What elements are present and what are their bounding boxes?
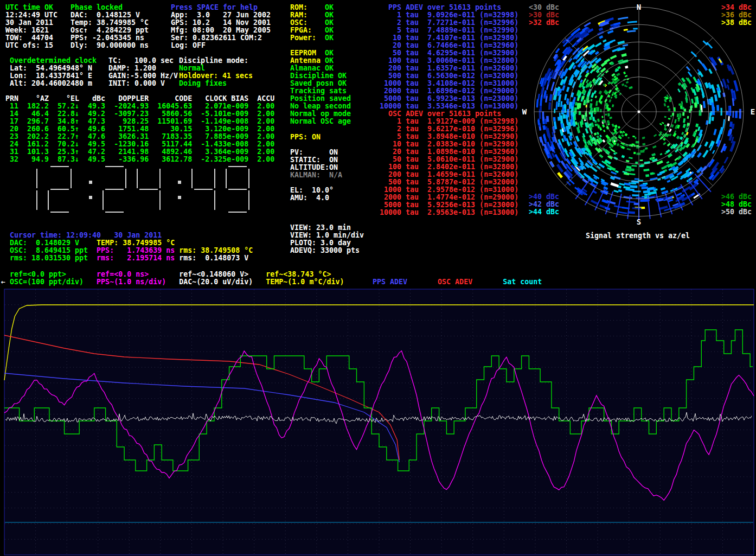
fix-flags-line: ALTITUDE:ON — [290, 164, 342, 171]
block-phase-block: Phase lockedDAC: 0.148125 VTemp: 38.7499… — [71, 4, 149, 49]
text-segment: Cursor time: 12:09:40 30 Jan 2011 — [10, 231, 162, 239]
help-block-line: Ser: 0.82362611 COM:2 — [171, 34, 271, 42]
adev-tables-line: 500 tau 6.5630e-012 (n=32000) — [380, 72, 518, 80]
rcvr-status-line: Discipline OK — [290, 72, 351, 80]
utc-block-line: 30 Jan 2011 — [5, 19, 57, 27]
text-segment: Signal strength vs az/el — [586, 232, 690, 240]
utc-block-line: Week: 1621 — [5, 27, 57, 34]
history-plot-area[interactable] — [0, 288, 756, 556]
clock-colon — [89, 181, 92, 184]
cursor-info-line: DAC: 0.148029 V TEMP: 38.749985 °C — [10, 239, 253, 247]
dbc-legend-bl-line: >44 dBc — [529, 208, 559, 216]
adev-tables-line: 200 tau 1.4659e-011 (n=32600) — [380, 171, 518, 178]
text-segment: ref~<0.148060 V> — [179, 270, 266, 278]
dbc-legend-br-line: >48 dBc — [721, 201, 752, 208]
help-block-line: Mfg: 08:00 20 May 2005 — [171, 27, 271, 34]
sat-table-line: 14 46.4 22.8↓ 49.2 -3097.23 5860.56 -5.1… — [5, 110, 274, 118]
dbc-legend-bl-line: >42 dBc — [529, 201, 559, 208]
text-segment: 1000 tau 3.4108e-012 (n=31000) — [380, 79, 518, 87]
text-segment: >46 dBc — [721, 193, 752, 201]
utc-block-line: TOW: 44704 — [5, 34, 57, 42]
dbc-legend-br-line: >46 dBc — [721, 193, 752, 201]
text-segment: Power: — [290, 34, 325, 42]
text-segment: Normal — [179, 64, 205, 72]
cursor-info-line: OSC: 8.649415 ppt PPS: 1.743639 ns rms: … — [10, 247, 253, 254]
block-utc-block: UTC time OK12:24:49 UTC30 Jan 2011Week: … — [5, 4, 57, 49]
block-dbc-legend-br: >46 dBc>48 dBc>50 dBc — [721, 193, 752, 216]
view-info-line: VIEW: 1.0 min/div — [290, 232, 364, 239]
phase-block-line: PPS↑ -2.045345 ns — [71, 34, 149, 42]
hw-status-line: RAM: OK — [290, 11, 334, 19]
text-segment: >34 dBc — [721, 3, 752, 11]
text-segment: TEMP~(1.0 m°C/div) — [266, 278, 344, 286]
ref-scale-line: OSC=(100 ppt/div) PPS~(1.0 ns/div) DAC~(… — [10, 278, 344, 286]
text-segment: PPS ADEV over 51613 points — [380, 3, 501, 11]
text-segment: Doing fixes — [179, 79, 227, 87]
rcvr-status-line: Tracking sats — [290, 87, 351, 95]
text-segment: Sat count — [503, 278, 542, 286]
text-segment: GAIN:-5.000 Hz/V — [108, 72, 178, 80]
text-segment: OK — [325, 34, 334, 42]
text-segment: Dly: 90.000000 ns — [71, 41, 149, 49]
loop-params-line: INIT: 0.000 V — [108, 80, 178, 87]
text-segment: >50 dBc — [721, 208, 752, 216]
fix-flags-line: STATIC: ON — [290, 156, 342, 164]
adev-tables-line: 100 tau 2.8402e-011 (n=32800) — [380, 163, 518, 171]
text-segment: Mfg: 08:00 20 May 2005 — [171, 26, 271, 34]
text-segment: <30 dBc — [529, 3, 559, 11]
clock-colon — [178, 181, 181, 184]
text-segment: ← — [1, 278, 5, 286]
hw-status-line: Power: OK — [290, 34, 334, 42]
text-segment: >38 dBc — [721, 18, 752, 27]
text-segment: 2 tau 7.7271e-011 (n=32996) — [380, 18, 518, 27]
text-segment — [407, 278, 438, 286]
rcvr-status-line: Normal op mode — [290, 110, 351, 118]
adev-tables-line: 50 tau 4.6295e-011 (n=32900) — [380, 49, 518, 57]
text-segment: 200 tau 1.6357e-011 (n=32600) — [380, 64, 518, 72]
text-segment: 30 Jan 2011 — [5, 18, 53, 27]
discipline-line: Doing fixes — [179, 80, 253, 87]
block-view-info: VIEW: 23.0 minVIEW: 1.0 min/divPLOTQ: 3.… — [290, 224, 364, 254]
block-adev-tables: PPS ADEV over 51613 points 1 tau 9.0926e… — [380, 4, 518, 216]
el-amu-line: AMU: 4.0 — [290, 194, 334, 202]
text-segment: ref=<0.0 ns> — [97, 270, 179, 278]
text-segment: Week: 1621 — [5, 26, 49, 34]
loop-params-line: GAIN:-5.000 Hz/V — [108, 72, 178, 80]
dbc-legend-br-line: >50 dBc — [721, 208, 752, 216]
dbc-legend-tl-line: >32 dBc — [529, 19, 559, 27]
phase-block-line: Dly: 90.000000 ns — [71, 42, 149, 49]
text-segment: PRN °AZ °EL dBc DOPPLER CODE CLOCK BIAS … — [5, 94, 274, 103]
discipline-line: Discipline mode: — [179, 57, 253, 65]
text-segment: 10 tau 2.0383e-010 (n=32980) — [380, 140, 518, 148]
text-segment: 5 tau 3.8948e-010 (n=32990) — [380, 132, 518, 140]
text-segment: OK — [325, 3, 334, 11]
text-segment: 1000 tau 2.9578e-012 (n=31000) — [380, 186, 518, 194]
phase-block-line: Osc↑ 4.284229 ppt — [71, 27, 149, 34]
block-el-amu: EL: 10.0°AMU: 4.0 — [290, 187, 334, 202]
signal-data — [537, 17, 740, 220]
text-segment: 5 tau 7.4889e-011 (n=32990) — [380, 26, 518, 34]
text-segment: Ser: 0.82362611 COM:2 — [171, 34, 262, 42]
text-segment: Lat: 54.4964948° N — [10, 64, 92, 72]
text-segment: OSC ADEV over 51613 points — [380, 110, 501, 118]
text-segment: >48 dBc — [721, 200, 752, 208]
text-segment: DAMP: 1.200 — [108, 64, 156, 72]
text-segment: INIT: 0.000 V — [108, 79, 165, 87]
text-segment: 2 tau 9.6217e-010 (n=32996) — [380, 125, 518, 133]
phase-block-line: DAC: 0.148125 V — [71, 11, 149, 19]
text-segment: 100 tau 3.0060e-011 (n=32800) — [380, 56, 518, 65]
text-segment: Discipline OK — [290, 72, 347, 80]
text-segment: Lon: 18.4337841° E — [10, 72, 92, 80]
sat-table-line: PRN °AZ °EL dBc DOPPLER CODE CLOCK BIAS … — [5, 95, 274, 103]
text-segment: 100 tau 2.8402e-011 (n=32800) — [380, 163, 518, 171]
adev-tables-line: 10000 tau 2.9563e-013 (n=13000) — [380, 209, 518, 216]
text-segment: >44 dBc — [529, 208, 559, 216]
text-segment: 10 tau 7.4107e-011 (n=32980) — [380, 34, 518, 42]
text-segment: 200 tau 1.4659e-011 (n=32600) — [380, 170, 518, 178]
adev-tables-line: 2 tau 7.7271e-011 (n=32996) — [380, 19, 518, 27]
el-amu-line: EL: 10.0° — [290, 187, 334, 194]
rcvr-status-line: Almanac OK — [290, 65, 351, 72]
block-sat-table: PRN °AZ °EL dBc DOPPLER CODE CLOCK BIAS … — [5, 95, 274, 163]
block-dbc-legend-bl: >40 dBc>42 dBc>44 dBc — [529, 193, 559, 216]
text-segment: No leap second — [290, 102, 351, 110]
